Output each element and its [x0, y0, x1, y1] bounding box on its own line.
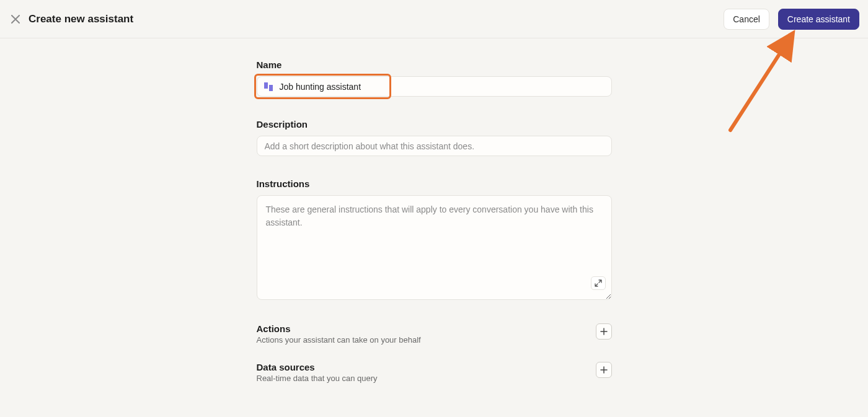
svg-line-2	[730, 36, 791, 130]
name-label: Name	[257, 59, 612, 70]
page-header: Create new assistant Cancel Create assis…	[0, 0, 868, 38]
header-right: Cancel Create assistant	[724, 9, 859, 30]
description-label: Description	[257, 119, 612, 129]
instructions-field-group: Instructions	[257, 178, 612, 302]
add-data-source-button[interactable]	[596, 362, 612, 378]
header-left: Create new assistant	[9, 12, 133, 26]
instructions-textarea[interactable]	[257, 195, 612, 300]
data-sources-label: Data sources	[257, 362, 378, 372]
description-field-group: Description	[257, 119, 612, 156]
actions-label: Actions	[257, 323, 421, 334]
actions-section: Actions Actions your assistant can take …	[257, 323, 612, 345]
name-field-group: Name	[257, 59, 612, 97]
expand-icon[interactable]	[591, 276, 606, 290]
create-assistant-button[interactable]: Create assistant	[778, 9, 859, 30]
data-sources-section: Data sources Real-time data that you can…	[257, 362, 612, 383]
instructions-label: Instructions	[257, 178, 612, 189]
svg-rect-0	[264, 82, 268, 89]
close-icon[interactable]	[9, 12, 22, 26]
page-title: Create new assistant	[29, 13, 133, 25]
arrow-annotation	[719, 25, 806, 136]
data-sources-sublabel: Real-time data that you can query	[257, 374, 378, 383]
assistant-form: Name Description Instructions	[257, 38, 612, 383]
add-action-button[interactable]	[596, 323, 612, 340]
cancel-button[interactable]: Cancel	[724, 9, 769, 30]
name-input[interactable]	[280, 82, 605, 92]
assistant-avatar-icon[interactable]	[264, 82, 273, 92]
name-input-wrapper[interactable]	[257, 76, 612, 97]
actions-sublabel: Actions your assistant can take on your …	[257, 335, 421, 345]
description-input[interactable]	[257, 136, 612, 156]
svg-rect-1	[269, 85, 273, 91]
